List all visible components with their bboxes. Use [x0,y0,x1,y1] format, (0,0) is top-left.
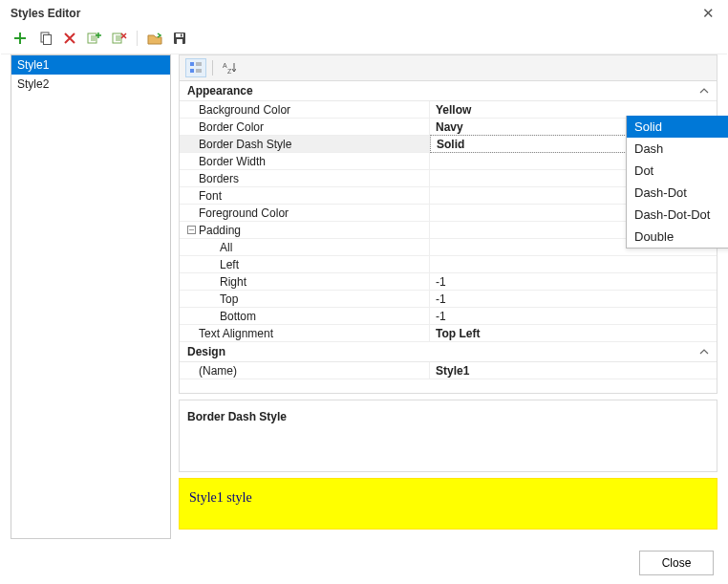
prop-row-name[interactable]: (Name) Style1 [180,362,717,379]
expand-icon[interactable]: – [187,226,196,234]
dropdown-option[interactable]: Dash-Dot-Dot [627,204,728,226]
styles-editor-window: Styles Editor ✕ Style1 Style2 [0,0,728,584]
collapse-icon[interactable] [699,86,709,96]
open-icon[interactable] [147,31,162,46]
description-title: Border Dash Style [187,410,709,423]
prop-value[interactable]: -1 [430,308,717,325]
dropdown-option[interactable]: Solid [627,116,728,138]
category-label: Appearance [187,84,253,97]
alphabetical-icon[interactable]: AZ [219,58,240,77]
prop-name: Borders [180,170,430,186]
prop-name: Top [180,291,430,307]
svg-text:Z: Z [227,68,232,75]
prop-row-text-alignment[interactable]: Text Alignment Top Left [180,325,717,342]
prop-row-padding-left[interactable]: Left [180,256,717,273]
prop-name: (Name) [180,362,430,379]
property-toolbar: AZ [179,54,717,81]
border-dash-style-dropdown[interactable]: Solid Dash Dot Dash-Dot Dash-Dot-Dot Dou… [626,116,728,249]
category-label: Design [187,345,225,358]
prop-name-text: Padding [199,224,241,237]
toolbar-separator [212,60,213,76]
window-title: Styles Editor [11,7,80,20]
prop-name: All [180,239,430,255]
dropdown-option[interactable]: Dot [627,160,728,182]
styles-list[interactable]: Style1 Style2 [11,54,171,539]
list-item[interactable]: Style2 [11,75,170,94]
svg-rect-9 [190,69,194,73]
grid-filler [180,379,717,393]
prop-name: Left [180,256,430,272]
preview-text: Style1 style [189,490,252,505]
assign-add-icon[interactable] [87,31,102,46]
footer: Close [639,551,714,575]
prop-name: Text Alignment [180,325,430,341]
prop-row-padding-bottom[interactable]: Bottom -1 [180,308,717,325]
category-header-appearance[interactable]: Appearance [180,81,717,101]
prop-name: Foreground Color [180,205,430,221]
svg-rect-1 [44,34,52,44]
prop-name: Border Color [180,119,430,135]
prop-value[interactable]: Style1 [430,362,717,379]
dropdown-option[interactable]: Dash-Dot [627,182,728,204]
prop-value[interactable]: -1 [430,273,717,291]
main-toolbar [1,26,727,54]
delete-icon[interactable] [62,31,77,46]
close-icon[interactable]: ✕ [698,4,717,23]
prop-row-padding-right[interactable]: Right -1 [180,273,717,291]
add-icon[interactable] [12,31,28,46]
prop-name: Border Width [180,153,430,169]
categorized-icon[interactable] [185,58,206,77]
prop-name: Border Dash Style [180,136,430,152]
prop-name: Bottom [180,308,430,324]
svg-rect-6 [177,39,182,44]
description-panel: Border Dash Style [179,400,717,472]
titlebar: Styles Editor ✕ [1,1,727,26]
close-button[interactable]: Close [639,551,714,575]
prop-name: – Padding [180,222,430,238]
prop-row-padding-top[interactable]: Top -1 [180,291,717,308]
right-panel: AZ Appearance Background Color Yellow Bo… [179,54,717,539]
save-icon[interactable] [172,31,187,46]
toolbar-separator [137,31,138,46]
dropdown-option[interactable]: Dash [627,138,728,160]
prop-name: Background Color [180,101,430,118]
style-preview: Style1 style [179,478,717,530]
svg-rect-7 [181,33,182,36]
prop-name: Font [180,187,430,204]
copy-icon[interactable] [37,31,53,46]
prop-name: Right [180,273,430,290]
collapse-icon[interactable] [699,347,709,357]
category-header-design[interactable]: Design [180,342,717,362]
dropdown-option[interactable]: Double [627,226,728,248]
list-item[interactable]: Style1 [11,55,170,75]
prop-value[interactable]: -1 [430,291,717,308]
body: Style1 Style2 AZ Appearance Backgr [11,54,717,539]
svg-rect-5 [176,33,183,37]
svg-rect-8 [190,62,194,66]
prop-value[interactable]: Top Left [430,325,717,342]
assign-remove-icon[interactable] [112,31,127,46]
